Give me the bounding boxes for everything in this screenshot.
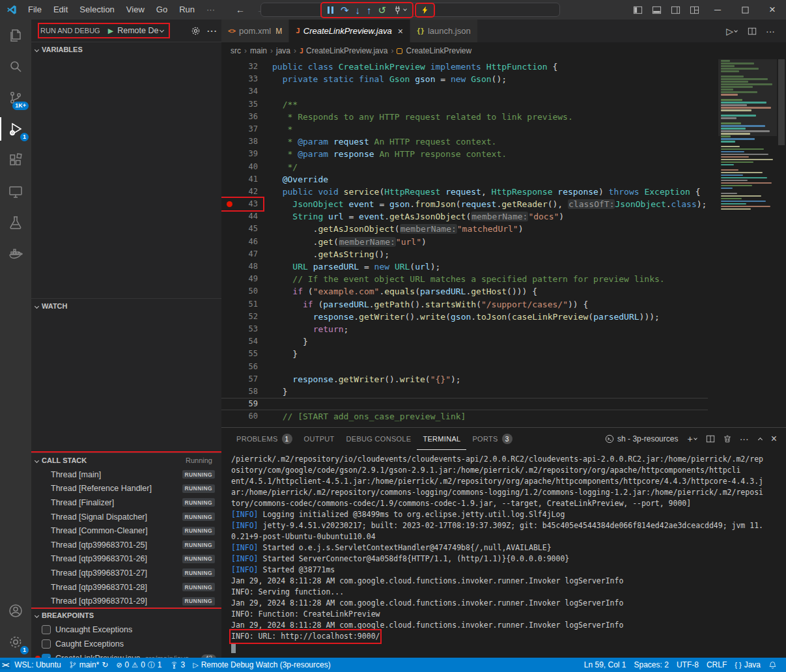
notifications-bell-icon[interactable] xyxy=(765,658,781,672)
toggle-panel-icon[interactable] xyxy=(647,5,666,15)
breadcrumb-item[interactable]: java xyxy=(276,46,290,55)
line-number[interactable]: 58 xyxy=(237,385,258,398)
tab-launch.json[interactable]: {}launch.json xyxy=(410,20,478,42)
close-icon[interactable]: × xyxy=(398,26,403,36)
code-line[interactable]: 59 xyxy=(221,398,708,410)
step-over-button[interactable]: ↷ xyxy=(337,4,352,16)
editor-more-actions-button[interactable]: ··· xyxy=(761,26,779,36)
remote-indicator[interactable]: ><WSL: Ubuntu xyxy=(0,658,65,672)
breakpoint-item[interactable]: Uncaught Exceptions xyxy=(31,623,221,637)
kill-terminal-button[interactable] xyxy=(719,434,736,443)
code-line[interactable]: 53 return; xyxy=(221,323,708,335)
code-line[interactable]: 34 xyxy=(221,85,708,98)
extensions-icon[interactable] xyxy=(0,145,31,176)
restart-button[interactable]: ↺ xyxy=(375,4,390,16)
encoding-indicator[interactable]: UTF-8 xyxy=(673,658,703,672)
code-line[interactable]: 44 String url = event.getAsJsonObject(me… xyxy=(221,210,708,223)
call-stack-thread[interactable]: Thread [qtp399683701-28]RUNNING xyxy=(31,580,221,595)
settings-gear-icon[interactable]: 1 xyxy=(0,626,31,658)
code-line[interactable]: 36 * Responds to any HTTP request relate… xyxy=(221,111,708,123)
problems-indicator[interactable]: ⊘0 ⚠0 ⓘ1 xyxy=(112,658,165,672)
search-icon[interactable] xyxy=(0,51,31,82)
menu-file[interactable]: File xyxy=(22,0,48,20)
run-java-button[interactable]: ▷ xyxy=(722,26,743,36)
watch-list[interactable] xyxy=(31,313,221,453)
call-stack-thread[interactable]: Thread [Finalizer]RUNNING xyxy=(31,496,221,510)
debug-config-dropdown[interactable]: Remote De xyxy=(117,26,165,35)
panel-tab-terminal[interactable]: TERMINAL xyxy=(417,428,466,450)
breadcrumb-item[interactable]: src xyxy=(231,46,241,55)
panel-tab-problems[interactable]: PROBLEMS1 xyxy=(231,428,298,450)
line-number[interactable]: 48 xyxy=(237,260,258,273)
code-line[interactable]: 38 * @param request An HTTP request cont… xyxy=(221,135,708,148)
code-line[interactable]: 58 } xyxy=(221,385,708,398)
nav-back-button[interactable]: ← xyxy=(230,5,251,15)
docker-icon[interactable] xyxy=(0,238,31,270)
terminal-output[interactable]: /pierrick/.m2/repository/io/cloudevents/… xyxy=(221,450,786,658)
panel-tab-debug-console[interactable]: DEBUG CONSOLE xyxy=(341,428,417,450)
line-number[interactable]: 49 xyxy=(237,273,258,285)
call-stack-thread[interactable]: Thread [qtp399683701-25]RUNNING xyxy=(31,538,221,552)
menu-overflow-button[interactable]: ··· xyxy=(201,0,221,20)
code-editor[interactable]: 32public class CreateLinkPreview impleme… xyxy=(221,59,786,427)
close-window-button[interactable]: × xyxy=(759,0,786,20)
line-number[interactable]: 40 xyxy=(237,161,258,173)
code-line[interactable]: 55 } xyxy=(221,348,708,360)
remote-explorer-icon[interactable] xyxy=(0,176,31,207)
views-more-actions-button[interactable]: ··· xyxy=(207,26,218,36)
line-number[interactable]: 52 xyxy=(237,311,258,323)
menu-run[interactable]: Run xyxy=(173,0,201,20)
code-line[interactable]: 32public class CreateLinkPreview impleme… xyxy=(221,61,708,73)
line-number[interactable]: 41 xyxy=(237,173,258,186)
code-line[interactable]: 47 .getAsString(); xyxy=(221,248,708,260)
line-number[interactable]: 39 xyxy=(237,148,258,160)
breakpoint-item[interactable]: CreateLinkPreview.javasrc/main/java43 xyxy=(31,651,221,658)
code-line[interactable]: 54 } xyxy=(221,335,708,348)
hot-code-replace-button[interactable] xyxy=(417,5,432,16)
breakpoint-checkbox[interactable] xyxy=(42,639,51,649)
code-line[interactable]: 60 // [START add_ons_case_preview_link] xyxy=(221,410,708,423)
maximize-button[interactable] xyxy=(731,0,759,20)
testing-icon[interactable] xyxy=(0,207,31,238)
language-mode[interactable]: { }Java xyxy=(731,658,765,672)
line-number[interactable]: 34 xyxy=(237,85,258,98)
run-and-debug-icon[interactable]: 1 xyxy=(0,113,31,145)
start-debugging-button[interactable]: ▶ xyxy=(108,27,113,35)
code-line[interactable]: 39 * @param response An HTTP response co… xyxy=(221,148,708,160)
code-line[interactable]: 43 JsonObject event = gson.fromJson(requ… xyxy=(221,198,708,210)
code-line[interactable]: 40 */ xyxy=(221,161,708,173)
watch-section-header[interactable]: WATCH xyxy=(31,299,221,313)
variables-section-header[interactable]: VARIABLES xyxy=(31,42,221,57)
code-line[interactable]: 52 response.getWriter().write(gson.toJso… xyxy=(221,311,708,323)
code-line[interactable]: 46 .get(memberName:"url") xyxy=(221,236,708,248)
disconnect-button[interactable] xyxy=(389,4,411,16)
minimize-button[interactable]: ─ xyxy=(704,0,731,20)
disconnect-button-dropdown-icon[interactable] xyxy=(403,7,407,11)
line-number[interactable]: 56 xyxy=(237,361,258,373)
editor-scrollbar[interactable] xyxy=(778,59,785,145)
breakpoint-item[interactable]: Caught Exceptions xyxy=(31,637,221,651)
step-out-button[interactable]: ↑ xyxy=(363,4,375,16)
panel-more-actions-button[interactable]: ··· xyxy=(736,434,753,444)
call-stack-thread[interactable]: Thread [main]RUNNING xyxy=(31,468,221,482)
launch-settings-gear-icon[interactable] xyxy=(191,26,201,36)
breadcrumb-item[interactable]: CreateLinkPreview xyxy=(406,46,471,55)
line-number[interactable]: 42 xyxy=(237,186,258,198)
line-number[interactable]: 47 xyxy=(237,248,258,260)
menu-go[interactable]: Go xyxy=(150,0,173,20)
code-line[interactable]: 48 URL parsedURL = new URL(url); xyxy=(221,260,708,273)
breadcrumb-item[interactable]: CreateLinkPreview.java xyxy=(306,46,387,55)
indentation-indicator[interactable]: Spaces: 2 xyxy=(630,658,673,672)
code-line[interactable]: 42 public void service(HttpRequest reque… xyxy=(221,186,708,198)
accounts-icon[interactable] xyxy=(0,595,31,626)
code-line[interactable]: 56 xyxy=(221,361,708,373)
line-number[interactable]: 51 xyxy=(237,298,258,311)
eol-indicator[interactable]: CRLF xyxy=(703,658,731,672)
code-line[interactable]: 51 if (parsedURL.getPath().startsWith("/… xyxy=(221,298,708,311)
toggle-sidebar-icon[interactable] xyxy=(628,5,647,15)
variables-list[interactable] xyxy=(31,57,221,298)
panel-tab-output[interactable]: OUTPUT xyxy=(298,428,341,450)
terminal-instance-selector[interactable]: sh - 3p-resources xyxy=(600,434,683,443)
menu-edit[interactable]: Edit xyxy=(48,0,74,20)
tab-CreateLinkPreview.java[interactable]: JCreateLinkPreview.java× xyxy=(289,20,410,42)
